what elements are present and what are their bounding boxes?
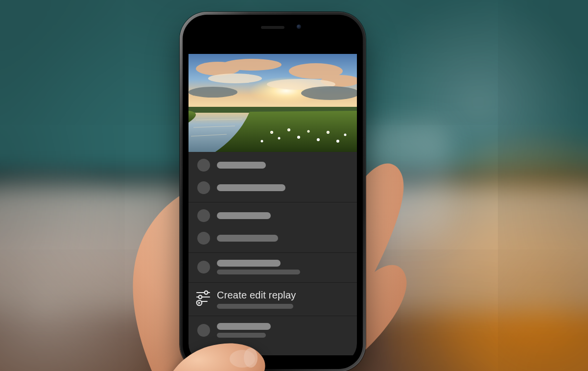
placeholder-subtext bbox=[217, 333, 266, 338]
create-edit-replay-label: Create edit replay bbox=[217, 290, 296, 301]
placeholder-icon bbox=[197, 324, 210, 337]
svg-point-17 bbox=[297, 136, 300, 139]
option-group-3 bbox=[188, 253, 357, 283]
placeholder-icon bbox=[197, 181, 210, 194]
svg-point-23 bbox=[344, 134, 347, 136]
phone-device: Create edit replay bbox=[180, 12, 366, 371]
option-group-replay: Create edit replay bbox=[188, 283, 357, 316]
svg-point-26 bbox=[308, 131, 309, 132]
placeholder-text bbox=[217, 184, 285, 191]
placeholder-icon bbox=[197, 209, 210, 222]
svg-point-31 bbox=[205, 291, 208, 295]
options-list: Create edit replay bbox=[188, 152, 357, 355]
placeholder-text bbox=[217, 260, 281, 267]
list-item[interactable] bbox=[188, 255, 357, 279]
svg-point-21 bbox=[336, 140, 339, 143]
phone-notch bbox=[228, 21, 318, 36]
placeholder-text bbox=[217, 323, 271, 330]
svg-point-24 bbox=[271, 132, 272, 133]
create-edit-replay-item[interactable]: Create edit replay bbox=[188, 285, 357, 313]
list-item[interactable] bbox=[188, 176, 357, 199]
placeholder-icon bbox=[197, 159, 210, 172]
placeholder-text bbox=[217, 212, 271, 219]
placeholder-subtext bbox=[217, 304, 293, 309]
svg-point-25 bbox=[288, 129, 289, 130]
option-group-2 bbox=[188, 202, 357, 253]
list-item[interactable] bbox=[188, 204, 357, 227]
svg-point-32 bbox=[199, 296, 202, 299]
option-group-1 bbox=[188, 152, 357, 202]
photo-preview[interactable] bbox=[188, 54, 357, 152]
placeholder-icon bbox=[197, 261, 210, 273]
list-item[interactable] bbox=[188, 227, 357, 249]
edit-replay-icon bbox=[195, 290, 211, 306]
placeholder-subtext bbox=[217, 270, 300, 274]
phone-screen: Create edit replay bbox=[188, 21, 357, 363]
svg-point-9 bbox=[188, 87, 237, 98]
svg-point-15 bbox=[278, 137, 281, 140]
placeholder-text bbox=[217, 235, 278, 242]
option-group-5 bbox=[188, 316, 357, 355]
placeholder-icon bbox=[197, 232, 210, 245]
list-item[interactable] bbox=[188, 154, 357, 176]
list-item[interactable] bbox=[188, 318, 357, 352]
svg-point-27 bbox=[328, 132, 329, 133]
svg-point-3 bbox=[223, 59, 282, 71]
placeholder-text bbox=[217, 162, 266, 169]
svg-point-19 bbox=[317, 138, 320, 141]
svg-point-22 bbox=[261, 140, 263, 143]
svg-point-6 bbox=[208, 74, 262, 83]
